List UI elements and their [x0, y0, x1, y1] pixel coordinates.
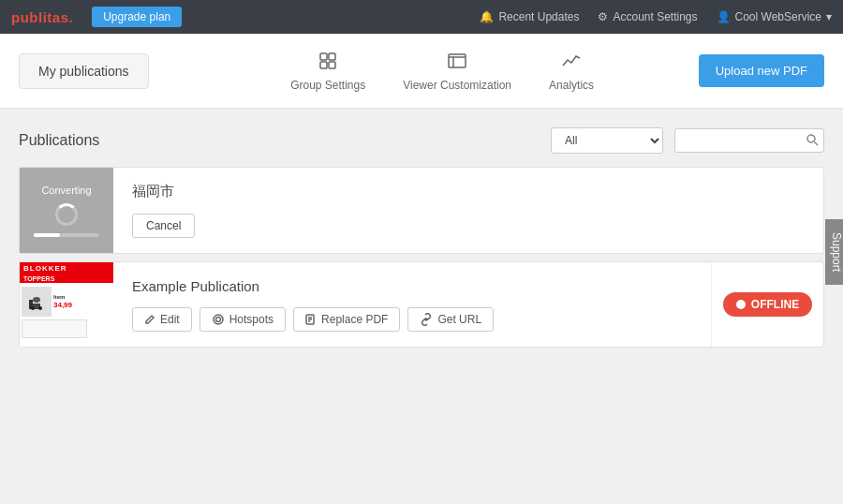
upload-new-pdf-button[interactable]: Upload new PDF: [699, 54, 824, 87]
converting-status-label: Converting: [41, 185, 91, 196]
thumb-subheader: TOPPERS: [20, 274, 113, 283]
thumb-item-name: Item: [53, 294, 72, 300]
thumb-row-2: [22, 319, 111, 338]
get-url-button[interactable]: Get URL: [407, 307, 494, 332]
svg-rect-3: [329, 62, 335, 68]
filter-select[interactable]: All Online Offline Converting: [551, 127, 663, 154]
search-box: [674, 128, 824, 153]
svg-rect-0: [320, 53, 327, 60]
svg-point-15: [215, 317, 220, 321]
svg-point-7: [807, 135, 815, 142]
edit-button[interactable]: Edit: [132, 307, 192, 332]
thumb-row-item: [22, 319, 87, 338]
my-publications-button[interactable]: My publications: [19, 53, 149, 89]
svg-point-13: [38, 306, 42, 310]
svg-rect-1: [329, 53, 335, 60]
viewer-customization-icon: [447, 51, 467, 74]
progress-bar: [34, 233, 99, 237]
converting-thumbnail: Converting: [20, 168, 113, 253]
thumb-item-1: [22, 287, 52, 317]
account-settings-label: Account Settings: [613, 10, 697, 23]
gear-icon: ⚙: [598, 10, 608, 23]
upgrade-button[interactable]: Upgrade plan: [92, 7, 182, 27]
bell-icon: 🔔: [480, 10, 494, 23]
progress-bar-fill: [34, 233, 60, 237]
publications-title: Publications: [19, 132, 540, 149]
account-settings-nav[interactable]: ⚙ Account Settings: [598, 10, 697, 23]
svg-point-14: [214, 315, 223, 324]
main-content: Publications All Online Offline Converti…: [0, 109, 843, 374]
viewer-customization-tool[interactable]: Viewer Customization: [403, 51, 511, 92]
top-navigation: publitas. Upgrade plan 🔔 Recent Updates …: [0, 0, 843, 34]
thumb-text-area: Item 34,99: [53, 287, 72, 317]
thumb-header: BLOKKER: [20, 262, 113, 274]
publication-status-area: OFFLINE: [711, 262, 823, 347]
app-logo: publitas.: [11, 9, 73, 25]
svg-rect-4: [449, 54, 466, 67]
thumb-items: Item 34,99: [22, 287, 111, 317]
get-url-label: Get URL: [437, 313, 481, 326]
logo-accent: .: [69, 9, 74, 25]
svg-line-8: [815, 141, 819, 145]
svg-point-12: [31, 306, 35, 310]
offline-status-badge[interactable]: OFFLINE: [723, 292, 812, 317]
analytics-icon: [561, 51, 582, 74]
user-menu[interactable]: 👤 Cool WebService ▾: [717, 10, 832, 23]
replace-pdf-button[interactable]: Replace PDF: [293, 307, 400, 332]
hotspots-button[interactable]: Hotspots: [200, 307, 286, 332]
offline-label: OFFLINE: [751, 298, 799, 311]
recent-updates-nav[interactable]: 🔔 Recent Updates: [480, 10, 579, 23]
analytics-label: Analytics: [549, 79, 594, 92]
cancel-button[interactable]: Cancel: [132, 214, 195, 238]
group-settings-label: Group Settings: [290, 79, 365, 92]
search-input[interactable]: [674, 128, 824, 153]
group-settings-icon: [318, 51, 338, 74]
example-thumbnail: BLOKKER TOPPERS Item: [20, 262, 113, 347]
support-tab[interactable]: Support: [825, 219, 843, 285]
search-button[interactable]: [806, 133, 819, 149]
publications-header: Publications All Online Offline Converti…: [19, 127, 824, 154]
logo-text: publitas: [11, 9, 69, 25]
user-name-label: Cool WebService: [735, 10, 821, 23]
loading-spinner: [55, 203, 78, 226]
converting-card-title: 福岡市: [132, 183, 805, 200]
hotspots-label: Hotspots: [229, 313, 274, 326]
recent-updates-label: Recent Updates: [498, 10, 579, 23]
analytics-tool[interactable]: Analytics: [549, 51, 594, 92]
chevron-down-icon: ▾: [826, 10, 832, 23]
converting-card-body: 福岡市 Cancel: [113, 168, 823, 253]
replace-pdf-label: Replace PDF: [321, 313, 388, 326]
sub-nav-tools: Group Settings Viewer Customization Anal…: [186, 51, 699, 92]
viewer-customization-label: Viewer Customization: [403, 79, 511, 92]
example-publication-card: BLOKKER TOPPERS Item: [19, 261, 824, 348]
converting-publication-card: Converting 福岡市 Cancel: [19, 167, 824, 254]
group-settings-tool[interactable]: Group Settings: [290, 51, 365, 92]
user-icon: 👤: [717, 10, 731, 23]
sub-navigation: My publications Group Settings: [0, 34, 843, 109]
publication-actions: Edit Hotspots Replace: [132, 307, 692, 332]
nav-right-area: 🔔 Recent Updates ⚙ Account Settings 👤 Co…: [480, 10, 832, 23]
svg-rect-2: [320, 62, 327, 68]
svg-point-11: [33, 297, 40, 303]
thumb-content: Item 34,99: [20, 283, 113, 340]
example-card-body: Example Publication Edit Hotspots: [113, 262, 711, 347]
edit-label: Edit: [160, 313, 180, 326]
example-card-title: Example Publication: [132, 278, 692, 294]
offline-dot-icon: [736, 300, 746, 309]
thumb-price: 34,99: [53, 301, 72, 309]
